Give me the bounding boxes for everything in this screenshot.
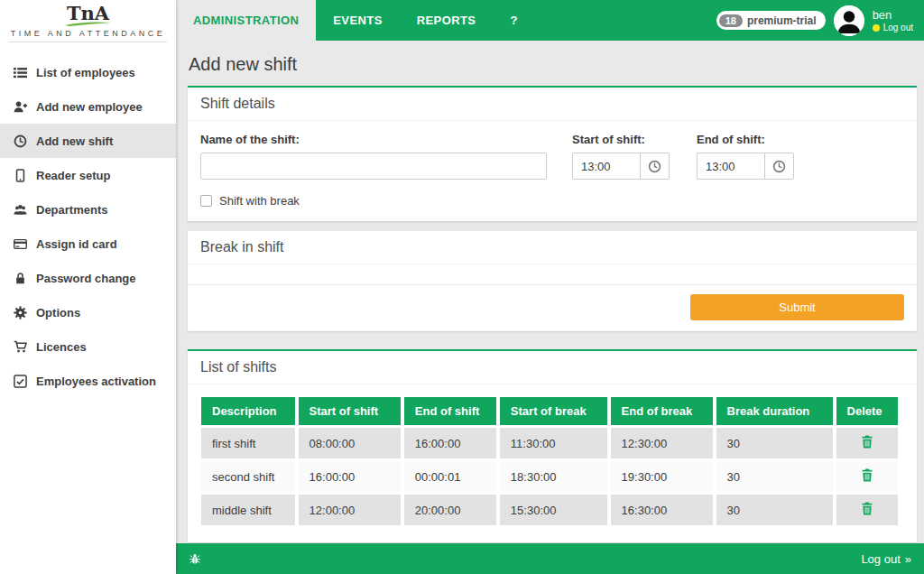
credit-card-icon <box>13 236 28 251</box>
table-cell: 30 <box>716 495 833 525</box>
cart-icon <box>13 339 28 354</box>
sidebar-item-departments[interactable]: Departments <box>0 192 176 227</box>
column-header: Start of break <box>500 397 607 425</box>
column-header: Break duration <box>716 397 833 425</box>
sidebar-item-add-new-employee[interactable]: Add new employee <box>0 89 176 124</box>
logout-label: Log out <box>883 22 913 34</box>
table-cell: 08:00:00 <box>299 428 401 458</box>
column-header: Description <box>201 397 295 425</box>
logo-text: TnA <box>67 5 109 23</box>
sidebar-item-add-new-shift[interactable]: Add new shift <box>0 124 176 158</box>
delete-shift-button[interactable] <box>861 502 873 515</box>
table-cell: 12:30:00 <box>611 428 713 458</box>
sidebar-item-label: Reader setup <box>36 169 110 182</box>
sidebar-item-list-of-employees[interactable]: List of employees <box>0 55 176 89</box>
avatar[interactable] <box>834 5 864 36</box>
clock-icon <box>648 160 661 173</box>
brand-logo[interactable]: TnA TIME AND ATTENDANCE <box>0 0 176 48</box>
table-cell <box>836 428 898 458</box>
start-of-shift-label: Start of shift: <box>572 133 670 146</box>
tab-administration[interactable]: ADMINISTRATION <box>176 0 316 41</box>
page-title: Add new shift <box>189 54 917 75</box>
start-time-picker-button[interactable] <box>640 153 670 180</box>
table-cell: 30 <box>716 461 833 492</box>
sidebar-item-reader-setup[interactable]: Reader setup <box>0 158 176 192</box>
table-cell <box>836 495 898 525</box>
sidebar-item-label: Assign id card <box>36 237 117 251</box>
sidebar-item-label: Add new shift <box>36 134 113 148</box>
list-of-shifts-title: List of shifts <box>188 351 917 384</box>
shift-name-input[interactable] <box>200 153 547 180</box>
clock-icon <box>772 160 786 173</box>
list-icon <box>13 65 28 79</box>
table-cell: 00:00:01 <box>404 461 496 492</box>
table-cell: 16:00:00 <box>299 461 401 492</box>
user-block: ben Log out <box>873 7 913 34</box>
sidebar-item-label: List of employees <box>36 66 135 79</box>
tab-help[interactable]: ? <box>493 0 534 41</box>
shift-with-break-label: Shift with break <box>219 194 300 208</box>
sidebar-item-licences[interactable]: Licences <box>0 329 176 364</box>
table-cell: 30 <box>716 428 833 458</box>
sidebar-item-label: Licences <box>36 340 87 354</box>
sidebar-item-assign-id-card[interactable]: Assign id card <box>0 227 176 261</box>
nav-right: 18 premium-trial ben Log out <box>716 0 924 41</box>
start-of-shift-input[interactable] <box>572 153 640 180</box>
table-row: first shift08:00:0016:00:0011:30:0012:30… <box>201 428 898 458</box>
table-cell: 20:00:00 <box>404 495 496 525</box>
shift-details-panel: Shift details Name of the shift: Start o… <box>188 86 917 221</box>
delete-shift-button[interactable] <box>861 435 873 449</box>
tab-reports[interactable]: REPORTS <box>400 0 494 41</box>
break-in-shift-panel: Break in shift Submit <box>188 231 917 331</box>
tablet-icon <box>13 168 28 182</box>
gear-icon <box>13 305 28 319</box>
top-nav: ADMINISTRATIONEVENTSREPORTS? 18 premium-… <box>176 0 924 41</box>
sidebar-item-options[interactable]: Options <box>0 295 176 329</box>
tab-events[interactable]: EVENTS <box>316 0 399 41</box>
end-time-picker-button[interactable] <box>764 153 794 180</box>
table-cell: 19:30:00 <box>611 461 713 492</box>
table-cell: second shift <box>201 461 295 492</box>
column-header: Start of shift <box>299 397 401 425</box>
user-plus-icon <box>13 99 28 114</box>
footer-bar: Log out » <box>176 543 924 574</box>
person-icon <box>834 5 864 36</box>
nav-tabs: ADMINISTRATIONEVENTSREPORTS? <box>176 0 535 41</box>
sidebar-item-label: Departments <box>36 203 107 217</box>
footer-logout-link[interactable]: Log out » <box>861 552 911 566</box>
shift-name-label: Name of the shift: <box>200 133 547 146</box>
shift-with-break-checkbox[interactable] <box>200 195 212 207</box>
table-cell: 12:00:00 <box>299 495 401 525</box>
sidebar-item-password-change[interactable]: Password change <box>0 261 176 295</box>
table-cell: middle shift <box>201 495 295 525</box>
sidebar: TnA TIME AND ATTENDANCE List of employee… <box>0 0 176 574</box>
status-dot-icon <box>873 24 880 32</box>
sidebar-item-label: Add new employee <box>36 100 143 114</box>
shifts-table-body: first shift08:00:0016:00:0011:30:0012:30… <box>201 428 898 525</box>
users-icon <box>13 202 28 217</box>
table-header-row: DescriptionStart of shiftEnd of shiftSta… <box>201 397 898 425</box>
check-square-icon <box>13 374 28 388</box>
sidebar-item-employees-activation[interactable]: Employees activation <box>0 364 176 398</box>
footer-logout-label: Log out <box>861 552 900 566</box>
delete-shift-button[interactable] <box>861 468 873 482</box>
double-chevron-right-icon: » <box>905 552 911 566</box>
clock-icon <box>13 134 28 148</box>
trial-badge: 18 premium-trial <box>716 11 826 30</box>
sidebar-item-label: Password change <box>36 272 136 285</box>
end-of-shift-input[interactable] <box>697 153 764 180</box>
trial-days-count: 18 <box>719 14 743 27</box>
column-header: End of shift <box>404 397 496 425</box>
logout-link[interactable]: Log out <box>873 22 913 34</box>
column-header: Delete <box>836 397 898 425</box>
bug-icon[interactable] <box>189 552 201 566</box>
table-cell: 16:00:00 <box>404 428 496 458</box>
table-cell <box>836 461 898 492</box>
break-in-shift-title: Break in shift <box>188 231 917 264</box>
table-cell: 16:30:00 <box>611 495 713 525</box>
table-row: middle shift12:00:0020:00:0015:30:0016:3… <box>201 495 898 525</box>
end-of-shift-label: End of shift: <box>697 133 794 146</box>
submit-button[interactable]: Submit <box>690 294 904 320</box>
trial-badge-label: premium-trial <box>747 14 817 27</box>
table-cell: 11:30:00 <box>500 428 607 458</box>
